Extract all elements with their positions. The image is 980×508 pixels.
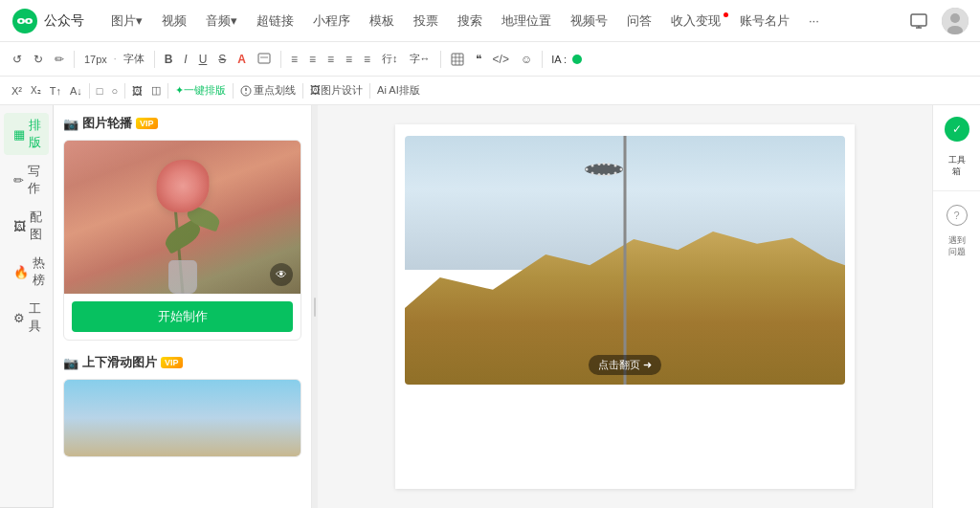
svg-point-4 — [28, 19, 31, 22]
big-font-btn[interactable]: T↑ — [46, 83, 65, 99]
one-click-layout-btn[interactable]: ✦一键排版 — [171, 81, 230, 99]
font-family-btn[interactable]: 字体 — [119, 50, 149, 68]
help-icon: ? — [947, 205, 968, 226]
small-font-btn[interactable]: A↓ — [66, 83, 86, 99]
toolbox-label: 工具箱 — [936, 149, 978, 183]
color-btn[interactable]: A — [233, 51, 251, 68]
nav-miniapp[interactable]: 小程序 — [305, 9, 358, 33]
tab-writing[interactable]: ✏ 写作 — [4, 159, 49, 201]
nav-screen-icon[interactable] — [903, 6, 934, 36]
svg-point-22 — [586, 168, 589, 171]
font-size-btn[interactable]: 17px — [79, 52, 112, 67]
help-item[interactable]: ? — [936, 199, 978, 232]
tab-image[interactable]: 🖼 配图 — [4, 205, 49, 247]
key-points-btn[interactable]: 重点划线 — [236, 81, 300, 99]
tab-trending[interactable]: 🔥 热榜 — [4, 251, 49, 293]
section2-badge: VIP — [161, 357, 183, 368]
img-design-btn[interactable]: 🖼图片设计 — [306, 81, 367, 99]
tab-image-icon: 🖼 — [13, 219, 26, 233]
nav-more[interactable]: ··· — [801, 10, 827, 32]
emoji-btn[interactable]: ☺ — [516, 51, 537, 68]
svg-point-30 — [608, 173, 611, 176]
tab-layout-icon: ▦ — [13, 127, 25, 142]
bold-btn[interactable]: B — [160, 51, 178, 68]
svg-point-29 — [614, 172, 617, 175]
section2-label: 上下滑动图片 — [82, 354, 157, 371]
preview-eye-icon[interactable]: 👁 — [270, 263, 293, 286]
svg-point-32 — [598, 173, 601, 176]
svg-point-28 — [620, 168, 623, 171]
strikethrough-btn[interactable]: S — [213, 51, 231, 68]
line-height-btn[interactable]: 行↕ — [377, 50, 403, 68]
tab-trending-icon: 🔥 — [13, 265, 29, 279]
rose-image: 👁 — [64, 141, 301, 294]
right-panel: ✓ 工具箱 ? 遇到问题 — [932, 105, 980, 508]
section1-icon: 📷 — [63, 117, 78, 131]
top-nav: 公众号 图片▾ 视频 音频▾ 超链接 小程序 模板 投票 搜索 地理位置 视频号… — [0, 0, 980, 42]
section-scroll-img: 📷 上下滑动图片 VIP — [63, 354, 301, 457]
nav-right — [903, 6, 969, 36]
redo-btn[interactable]: ↻ — [29, 51, 48, 68]
svg-point-3 — [20, 19, 23, 22]
nav-monetize[interactable]: 收入变现 — [663, 9, 728, 33]
bg-color-btn[interactable] — [253, 51, 276, 68]
nav-location[interactable]: 地理位置 — [494, 9, 559, 33]
nav-qa[interactable]: 问答 — [619, 9, 659, 33]
toolbar1: ↺ ↻ ✏ 17px · 字体 B I U S A ≡ ≡ ≡ ≡ ≡ 行↕ 字… — [0, 42, 980, 77]
sep-dot: · — [114, 54, 117, 64]
undo-btn[interactable]: ↺ — [8, 51, 27, 68]
editor-content: 点击翻页 ➜ — [395, 124, 855, 385]
underline-btn[interactable]: U — [194, 51, 212, 68]
nav-template[interactable]: 模板 — [362, 9, 402, 33]
align-center-btn[interactable]: ≡ — [304, 51, 321, 68]
align-left-btn[interactable]: ≡ — [286, 51, 302, 68]
nav-search[interactable]: 搜索 — [450, 9, 490, 33]
table-btn[interactable] — [446, 51, 469, 68]
nav-audio[interactable]: 音频▾ — [198, 9, 245, 33]
nav-hyperlink[interactable]: 超链接 — [249, 9, 301, 33]
section2-icon: 📷 — [63, 356, 78, 370]
app-name: 公众号 — [44, 12, 84, 30]
svg-point-21 — [585, 164, 623, 175]
lamp-head-area — [583, 163, 625, 176]
nav-image[interactable]: 图片▾ — [103, 9, 150, 33]
letter-spacing-btn[interactable]: 字↔ — [405, 50, 435, 68]
ai-layout-btn[interactable]: Ai AI排版 — [373, 81, 424, 99]
nav-card[interactable]: 账号名片 — [732, 9, 797, 33]
code-btn[interactable]: </> — [488, 51, 514, 68]
outdent-btn[interactable]: ≡ — [359, 51, 375, 68]
subscript-btn[interactable]: X₂ — [27, 83, 45, 98]
circle-btn[interactable]: ○ — [107, 83, 122, 99]
quote-btn[interactable]: ❝ — [471, 51, 486, 68]
toolbox-green-btn[interactable]: ✓ — [945, 117, 969, 142]
scroll-card — [63, 379, 301, 457]
editor-main-image: 点击翻页 ➜ — [405, 136, 845, 385]
nav-videonumber[interactable]: 视频号 — [563, 9, 615, 33]
tab-tools[interactable]: ⚙ 工具 — [4, 297, 49, 339]
align-right-btn[interactable]: ≡ — [323, 51, 339, 68]
section2-title: 📷 上下滑动图片 VIP — [63, 354, 301, 371]
ai-status-dot — [572, 55, 582, 64]
nav-vote[interactable]: 投票 — [406, 9, 446, 33]
img-frame-btn[interactable]: 🖼 — [128, 83, 146, 99]
shape-btn[interactable]: □ — [93, 83, 107, 99]
toolbox-check-icon: ✓ — [952, 122, 962, 136]
watermark-btn[interactable]: ◫ — [147, 82, 165, 99]
click-turn-btn[interactable]: 点击翻页 ➜ — [589, 355, 661, 375]
svg-point-24 — [598, 163, 601, 166]
italic-btn[interactable]: I — [179, 51, 191, 68]
tab-image-label: 配图 — [30, 209, 42, 243]
svg-point-26 — [608, 163, 611, 166]
editor-area[interactable]: 点击翻页 ➜ — [318, 105, 932, 508]
logo[interactable]: 公众号 — [11, 8, 84, 34]
tab-layout-label: 排版 — [29, 117, 41, 151]
tab-layout[interactable]: ▦ 排版 — [4, 113, 49, 155]
mode-tabs: ▦ 排版 ✏ 写作 🖼 配图 🔥 热榜 ⚙ 工具 — [0, 105, 54, 508]
clear-format-btn[interactable]: ✏ — [50, 51, 69, 68]
nav-video[interactable]: 视频 — [154, 9, 194, 33]
user-avatar[interactable] — [942, 8, 969, 34]
sep2 — [154, 51, 155, 68]
indent-btn[interactable]: ≡ — [341, 51, 357, 68]
superscript-btn[interactable]: X² — [8, 83, 26, 99]
start-create-btn[interactable]: 开始制作 — [72, 301, 293, 332]
